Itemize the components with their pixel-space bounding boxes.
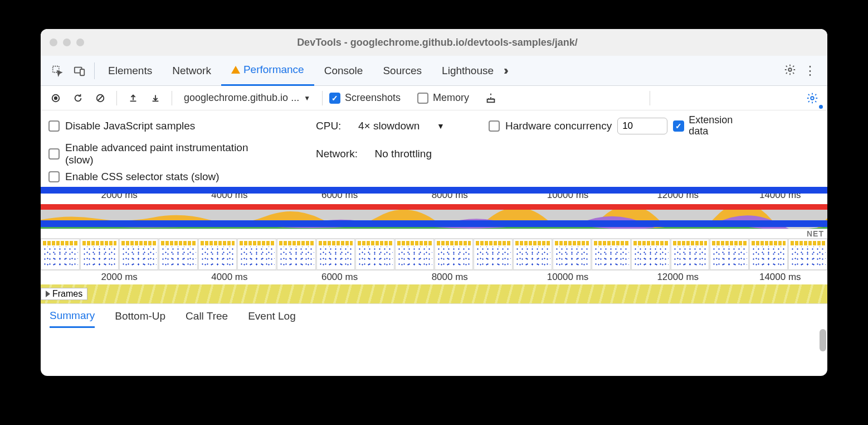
svg-point-9: [811, 96, 814, 100]
filmstrip-frame[interactable]: [749, 239, 788, 270]
collect-garbage-button[interactable]: [481, 89, 500, 108]
filmstrip-frame[interactable]: [395, 239, 434, 270]
filmstrip-frame[interactable]: [788, 239, 827, 270]
tab-bottom-up[interactable]: Bottom-Up: [115, 306, 165, 327]
filmstrip-frame[interactable]: [710, 239, 749, 270]
filmstrip-frame[interactable]: [474, 239, 513, 270]
main-tabbar: Elements Network Performance Console Sou…: [41, 56, 827, 86]
filmstrip-frame[interactable]: [237, 239, 276, 270]
disable-js-samples-checkbox[interactable]: Disable JavaScript samples: [48, 120, 195, 132]
expand-icon: [46, 291, 50, 297]
record-button[interactable]: [46, 89, 65, 108]
memory-checkbox[interactable]: Memory: [417, 92, 469, 104]
filmstrip-frame[interactable]: [631, 239, 670, 270]
checkbox-icon: [417, 93, 428, 104]
upload-profile-button[interactable]: [124, 89, 143, 108]
zoom-window-button[interactable]: [76, 38, 84, 46]
hardware-concurrency-checkbox[interactable]: Hardware concurrency: [489, 120, 612, 132]
tab-lighthouse[interactable]: Lighthouse: [432, 56, 504, 86]
svg-line-7: [98, 95, 103, 100]
svg-rect-2: [80, 69, 84, 75]
download-profile-button[interactable]: [146, 89, 165, 108]
tab-performance[interactable]: Performance: [221, 56, 314, 86]
advanced-paint-checkbox[interactable]: Enable advanced paint instrumentation (s…: [48, 142, 255, 166]
filmstrip-frame[interactable]: [513, 239, 552, 270]
clear-button[interactable]: [91, 89, 110, 108]
window-title: DevTools - googlechrome.github.io/devtoo…: [84, 37, 818, 49]
tab-console[interactable]: Console: [314, 56, 373, 86]
net-overview: NET: [41, 229, 827, 239]
frames-track-toggle[interactable]: Frames: [41, 288, 87, 300]
svg-rect-8: [487, 99, 495, 102]
tab-event-log[interactable]: Event Log: [248, 306, 296, 327]
filmstrip-frame[interactable]: [316, 239, 355, 270]
filmstrip[interactable]: [41, 239, 827, 270]
titlebar: DevTools - googlechrome.github.io/devtoo…: [41, 29, 827, 56]
network-throttle-select[interactable]: No throttling: [375, 148, 432, 160]
tab-sources[interactable]: Sources: [373, 56, 432, 86]
filmstrip-frame[interactable]: [435, 239, 474, 270]
frames-track[interactable]: Frames: [41, 284, 827, 303]
capture-options: Disable JavaScript samples CPU: 4× slowd…: [41, 110, 827, 187]
svg-point-5: [54, 96, 57, 99]
target-select[interactable]: googlechrome.github.io ...▼: [179, 91, 315, 104]
cpu-throttle-select[interactable]: 4× slowdown ▼: [358, 120, 445, 132]
more-tabs-button[interactable]: ››: [504, 64, 505, 78]
details-tabs: Summary Bottom-Up Call Tree Event Log: [41, 303, 827, 329]
inspect-element-icon[interactable]: [46, 56, 69, 86]
timeline-overview[interactable]: 2000 ms 4000 ms 6000 ms 8000 ms 10000 ms…: [41, 187, 827, 303]
filmstrip-frame[interactable]: [41, 239, 80, 270]
checkbox-checked-icon: ✓: [329, 93, 340, 104]
screenshots-checkbox[interactable]: ✓ Screenshots: [329, 92, 401, 104]
flame-ruler[interactable]: 2000 ms 4000 ms 6000 ms 8000 ms 10000 ms…: [41, 270, 827, 284]
settings-icon[interactable]: [784, 64, 796, 78]
tab-network[interactable]: Network: [162, 56, 221, 86]
traffic-lights: [50, 38, 84, 46]
filmstrip-frame[interactable]: [355, 239, 394, 270]
filmstrip-frame[interactable]: [553, 239, 592, 270]
minimize-window-button[interactable]: [63, 38, 71, 46]
device-toolbar-icon[interactable]: [69, 56, 91, 86]
devtools-window: DevTools - googlechrome.github.io/devtoo…: [41, 29, 827, 376]
reload-record-button[interactable]: [69, 89, 87, 108]
hardware-concurrency-input[interactable]: [617, 118, 667, 134]
filmstrip-frame[interactable]: [80, 239, 119, 270]
css-selector-stats-checkbox[interactable]: Enable CSS selector stats (slow): [48, 171, 220, 183]
vertical-scrollbar[interactable]: [820, 329, 826, 351]
filmstrip-frame[interactable]: [277, 239, 316, 270]
extension-data-checkbox[interactable]: ✓Extension data: [673, 115, 739, 137]
filmstrip-frame[interactable]: [592, 239, 631, 270]
svg-point-3: [788, 68, 792, 71]
tab-summary[interactable]: Summary: [50, 305, 95, 328]
tab-elements[interactable]: Elements: [98, 56, 162, 86]
filmstrip-frame[interactable]: [159, 239, 198, 270]
performance-toolbar: googlechrome.github.io ...▼ ✓ Screenshot…: [41, 86, 827, 110]
filmstrip-frame[interactable]: [198, 239, 237, 270]
filmstrip-frame[interactable]: [671, 239, 710, 270]
capture-settings-icon[interactable]: [803, 89, 822, 108]
more-options-icon[interactable]: ⋮: [804, 64, 816, 78]
close-window-button[interactable]: [50, 38, 57, 46]
cpu-overview: [41, 210, 827, 229]
network-label: Network:: [316, 148, 358, 160]
tab-call-tree[interactable]: Call Tree: [186, 306, 228, 327]
filmstrip-frame[interactable]: [119, 239, 158, 270]
cpu-label: CPU:: [316, 120, 341, 132]
longtask-bar: [41, 204, 827, 210]
overview-ruler[interactable]: 2000 ms 4000 ms 6000 ms 8000 ms 10000 ms…: [41, 187, 827, 204]
warning-icon: [231, 66, 240, 74]
